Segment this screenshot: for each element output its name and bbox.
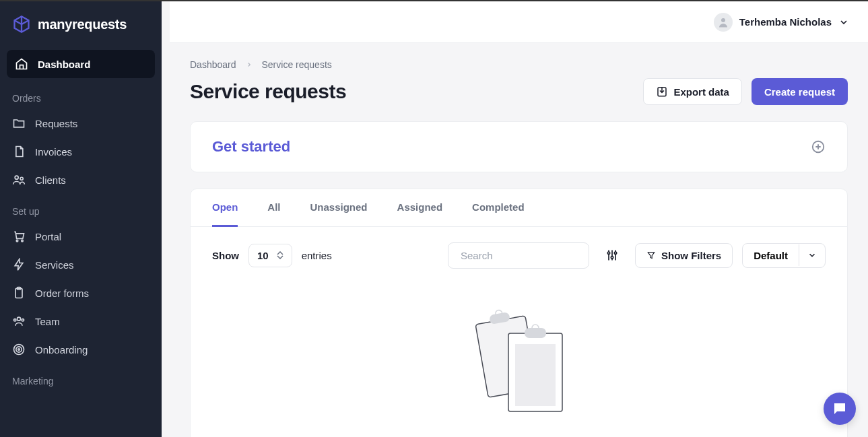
sidebar-section-orders: Orders	[0, 81, 162, 109]
svg-point-12	[721, 18, 725, 22]
breadcrumb-root[interactable]: Dashboard	[190, 59, 236, 70]
tab-all[interactable]: All	[267, 189, 280, 227]
cart-icon	[12, 230, 26, 243]
sidebar-item-label: Dashboard	[38, 59, 90, 70]
chevron-down-icon	[799, 244, 825, 266]
svg-point-10	[16, 347, 22, 352]
brand-mark-icon	[12, 15, 31, 34]
advanced-filter-button[interactable]	[599, 242, 626, 269]
brand-name: manyrequests	[38, 17, 127, 32]
sidebar-item-label: Services	[35, 259, 74, 271]
sidebar-item-dashboard[interactable]: Dashboard	[7, 50, 155, 78]
show-filters-label: Show Filters	[661, 250, 721, 261]
svg-point-16	[607, 252, 609, 254]
plus-circle-icon[interactable]	[811, 139, 826, 154]
create-request-button[interactable]: Create request	[752, 78, 848, 105]
chat-icon	[832, 401, 848, 417]
breadcrumb: Dashboard Service requests	[190, 59, 848, 70]
sidebar-item-label: Order forms	[35, 288, 89, 299]
svg-point-8	[22, 319, 24, 321]
get-started-panel[interactable]: Get started	[190, 121, 848, 172]
svg-rect-23	[515, 344, 556, 406]
sidebar-section-setup: Set up	[0, 194, 162, 222]
filter-icon	[646, 250, 656, 260]
target-icon	[12, 343, 26, 356]
svg-point-2	[16, 240, 18, 242]
search-box	[448, 242, 589, 269]
show-label: Show	[212, 250, 239, 261]
svg-point-17	[611, 257, 613, 259]
clipboard-icon	[12, 286, 26, 300]
chevron-right-icon	[246, 59, 253, 70]
svg-point-7	[14, 319, 16, 321]
sidebar-item-order-forms[interactable]: Order forms	[0, 279, 162, 307]
sidebar-item-onboarding[interactable]: Onboarding	[0, 335, 162, 364]
tab-assigned[interactable]: Assigned	[397, 189, 443, 227]
tabs: Open All Unassigned Assigned Completed	[191, 189, 847, 227]
svg-point-3	[22, 240, 24, 242]
tab-completed[interactable]: Completed	[472, 189, 525, 227]
svg-point-6	[18, 317, 21, 321]
sort-select[interactable]: Default	[742, 243, 826, 268]
user-name: Terhemba Nicholas	[739, 16, 832, 28]
sidebar-item-team[interactable]: Team	[0, 307, 162, 335]
user-menu-button[interactable]: Terhemba Nicholas	[714, 13, 849, 32]
empty-state	[191, 283, 847, 437]
sidebar-item-requests[interactable]: Requests	[0, 109, 162, 137]
main: Terhemba Nicholas Dashboard Service requ…	[170, 1, 868, 437]
sidebar-item-label: Requests	[35, 118, 77, 129]
header: Terhemba Nicholas	[170, 1, 868, 43]
folder-icon	[12, 116, 26, 130]
document-icon	[12, 145, 26, 158]
sidebar-item-clients[interactable]: Clients	[0, 166, 162, 194]
chevron-down-icon	[838, 17, 849, 28]
breadcrumb-current: Service requests	[262, 59, 332, 70]
page-size-value: 10	[257, 250, 269, 261]
download-icon	[656, 86, 668, 98]
page-title: Service requests	[190, 80, 346, 103]
avatar-icon	[714, 13, 733, 32]
page-size-select[interactable]: 10	[248, 244, 292, 267]
svg-point-0	[15, 176, 18, 179]
sidebar-item-invoices[interactable]: Invoices	[0, 137, 162, 166]
tab-open[interactable]: Open	[212, 189, 238, 227]
sidebar: manyrequests Dashboard Orders Requests I…	[0, 1, 162, 437]
get-started-title: Get started	[212, 138, 290, 156]
empty-clipboards-icon	[459, 304, 580, 425]
search-input[interactable]	[457, 243, 593, 268]
export-data-button[interactable]: Export data	[643, 78, 742, 105]
requests-panel: Open All Unassigned Assigned Completed S…	[190, 189, 848, 437]
brand-logo[interactable]: manyrequests	[0, 1, 162, 47]
create-label: Create request	[764, 86, 835, 98]
sidebar-item-label: Portal	[35, 231, 61, 242]
team-icon	[12, 314, 26, 328]
home-icon	[15, 57, 28, 71]
tab-unassigned[interactable]: Unassigned	[310, 189, 368, 227]
export-label: Export data	[673, 86, 729, 98]
sort-label: Default	[743, 244, 799, 267]
filters-row: Show 10 entries	[191, 227, 847, 283]
sidebar-item-portal[interactable]: Portal	[0, 222, 162, 250]
sidebar-section-marketing: Marketing	[0, 364, 162, 392]
users-icon	[12, 173, 26, 187]
lightning-icon	[12, 258, 26, 271]
entries-label: entries	[302, 250, 332, 261]
svg-point-11	[18, 349, 20, 351]
sidebar-item-label: Clients	[35, 174, 66, 186]
sidebar-item-label: Invoices	[35, 146, 72, 158]
svg-rect-24	[525, 328, 546, 338]
svg-point-18	[614, 252, 616, 254]
show-filters-button[interactable]: Show Filters	[635, 243, 733, 268]
svg-point-1	[20, 177, 23, 180]
sliders-icon	[605, 248, 619, 262]
sidebar-item-label: Onboarding	[35, 344, 88, 356]
sidebar-item-label: Team	[35, 316, 60, 327]
svg-point-9	[14, 345, 24, 355]
sidebar-item-services[interactable]: Services	[0, 250, 162, 279]
chat-fab[interactable]	[824, 393, 856, 425]
stepper-icon	[277, 251, 283, 259]
